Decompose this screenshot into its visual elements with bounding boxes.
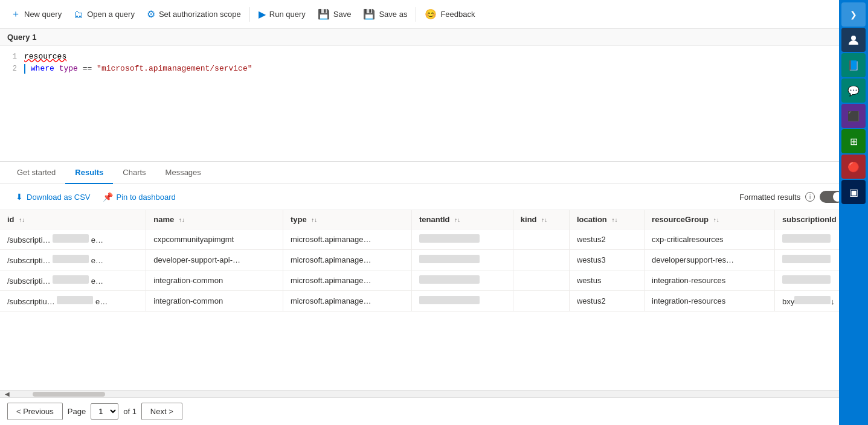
- cell-type: microsoft.apimanage…: [283, 229, 411, 250]
- plus-icon: ＋: [11, 8, 21, 21]
- cell-tenantid: [411, 250, 513, 270]
- col-header-type[interactable]: type ↑↓: [283, 210, 411, 229]
- table-row: /subscriptiu… e… integration-common micr…: [0, 291, 868, 312]
- cell-id: /subscripti… e…: [0, 229, 146, 250]
- col-header-kind[interactable]: kind ↑↓: [513, 210, 569, 229]
- info-icon[interactable]: i: [805, 192, 815, 202]
- download-icon: ⬇: [16, 192, 23, 202]
- folder-icon: 🗂: [74, 9, 83, 20]
- cell-resourcegroup: integration-resources: [645, 291, 775, 312]
- cell-kind: [513, 270, 569, 291]
- cell-kind: [513, 250, 569, 270]
- sidebar: ❯ 📘 💬 ⬛ ⊞ 🔴 ▣: [839, 0, 868, 425]
- toolbar: ＋ New query 🗂 Open a query ⚙ Set authori…: [0, 0, 868, 29]
- new-query-button[interactable]: ＋ New query: [5, 4, 68, 24]
- cell-name: cxpcommunityapimgmt: [146, 229, 283, 250]
- code-line-1: 1 resources: [0, 51, 868, 63]
- results-area: Get started Results Charts Messages ⬇ Do…: [0, 162, 868, 425]
- pin-dashboard-button[interactable]: 📌 Pin to dashboard: [97, 189, 182, 205]
- next-button[interactable]: Next >: [141, 403, 182, 420]
- code-line-2: 2 where type == "microsoft.apimanagement…: [0, 63, 868, 75]
- scroll-left-arrow[interactable]: ◀: [0, 391, 14, 398]
- cell-resourcegroup: integration-resources: [645, 270, 775, 291]
- cell-id: /subscripti… e…: [0, 270, 146, 291]
- cell-kind: [513, 229, 569, 250]
- set-auth-button[interactable]: ⚙ Set authorization scope: [141, 5, 247, 24]
- cell-location: westus: [569, 270, 644, 291]
- sidebar-icon-portal[interactable]: ⬛: [841, 104, 866, 128]
- gear-icon: ⚙: [147, 8, 155, 20]
- table-row: /subscripti… e… integration-common micro…: [0, 270, 868, 291]
- table-row: /subscripti… e… developer-support-api-… …: [0, 250, 868, 270]
- hscroll-thumb[interactable]: [33, 392, 105, 397]
- tabs-bar: Get started Results Charts Messages: [0, 162, 868, 184]
- cursor-indicator: [24, 64, 25, 74]
- cell-resourcegroup: developersupport-res…: [645, 250, 775, 270]
- page-of-label: of 1: [123, 407, 137, 416]
- results-table-container[interactable]: id ↑↓ name ↑↓ type ↑↓ tenantId ↑↓ kind ↑…: [0, 210, 868, 390]
- svg-point-0: [851, 36, 856, 40]
- cell-type: microsoft.apimanage…: [283, 291, 411, 312]
- cell-name: integration-common: [146, 291, 283, 312]
- sidebar-icon-book[interactable]: 📘: [841, 53, 866, 77]
- results-table: id ↑↓ name ↑↓ type ↑↓ tenantId ↑↓ kind ↑…: [0, 210, 868, 312]
- save-as-button[interactable]: 💾 Save as: [357, 5, 413, 24]
- feedback-button[interactable]: 😊 Feedback: [419, 5, 481, 24]
- sidebar-icon-chevron[interactable]: ❯: [841, 2, 866, 27]
- run-query-button[interactable]: ▶ Run query: [252, 5, 312, 24]
- save-as-icon: 💾: [363, 8, 375, 20]
- horizontal-scrollbar[interactable]: ◀ ▶: [0, 390, 868, 397]
- tab-charts[interactable]: Charts: [113, 162, 155, 184]
- table-row: /subscripti… e… cxpcommunityapimgmt micr…: [0, 229, 868, 250]
- cell-type: microsoft.apimanage…: [283, 270, 411, 291]
- open-query-button[interactable]: 🗂 Open a query: [68, 5, 141, 24]
- play-icon: ▶: [259, 8, 266, 20]
- query-title: Query 1: [0, 29, 868, 46]
- cell-id: /subscripti… e…: [0, 250, 146, 270]
- tab-get-started[interactable]: Get started: [7, 162, 65, 184]
- col-header-resourcegroup[interactable]: resourceGroup ↑↓: [645, 210, 775, 229]
- cell-name: integration-common: [146, 270, 283, 291]
- divider-2: [416, 7, 416, 22]
- sidebar-icon-terminal[interactable]: ▣: [841, 180, 866, 204]
- previous-button[interactable]: < Previous: [7, 403, 63, 420]
- pin-icon: 📌: [103, 192, 113, 202]
- table-header-row: id ↑↓ name ↑↓ type ↑↓ tenantId ↑↓ kind ↑…: [0, 210, 868, 229]
- download-csv-button[interactable]: ⬇ Download as CSV: [10, 189, 97, 205]
- sidebar-icon-user[interactable]: [841, 28, 866, 52]
- cell-location: westus2: [569, 229, 644, 250]
- cell-id: /subscriptiu… e…: [0, 291, 146, 312]
- cell-resourcegroup: cxp-criticalresources: [645, 229, 775, 250]
- page-select[interactable]: 1: [91, 403, 118, 420]
- save-icon: 💾: [318, 8, 330, 20]
- cell-tenantid: [411, 291, 513, 312]
- tab-results[interactable]: Results: [65, 162, 113, 184]
- code-editor[interactable]: 1 resources 2 where type == "microsoft.a…: [0, 46, 868, 161]
- query-editor-area: Query 1 1 resources 2 where type == "mic…: [0, 29, 868, 162]
- user-icon: [847, 34, 860, 46]
- divider-1: [249, 7, 250, 22]
- cell-tenantid: [411, 229, 513, 250]
- cell-tenantid: [411, 270, 513, 291]
- actions-bar: ⬇ Download as CSV 📌 Pin to dashboard For…: [0, 184, 868, 210]
- col-header-name[interactable]: name ↑↓: [146, 210, 283, 229]
- cell-kind: [513, 291, 569, 312]
- cell-location: westus2: [569, 291, 644, 312]
- pagination-bar: < Previous Page 1 of 1 Next >: [0, 397, 868, 425]
- cell-location: westus3: [569, 250, 644, 270]
- cell-name: developer-support-api-…: [146, 250, 283, 270]
- feedback-icon: 😊: [425, 8, 437, 20]
- col-header-location[interactable]: location ↑↓: [569, 210, 644, 229]
- sidebar-icon-chat[interactable]: 💬: [841, 78, 866, 103]
- col-header-id[interactable]: id ↑↓: [0, 210, 146, 229]
- sidebar-icon-network[interactable]: 🔴: [841, 155, 866, 179]
- cell-type: microsoft.apimanage…: [283, 250, 411, 270]
- sidebar-icon-grid[interactable]: ⊞: [841, 129, 866, 153]
- col-header-tenantid[interactable]: tenantId ↑↓: [411, 210, 513, 229]
- save-button[interactable]: 💾 Save: [312, 5, 358, 24]
- tab-messages[interactable]: Messages: [156, 162, 211, 184]
